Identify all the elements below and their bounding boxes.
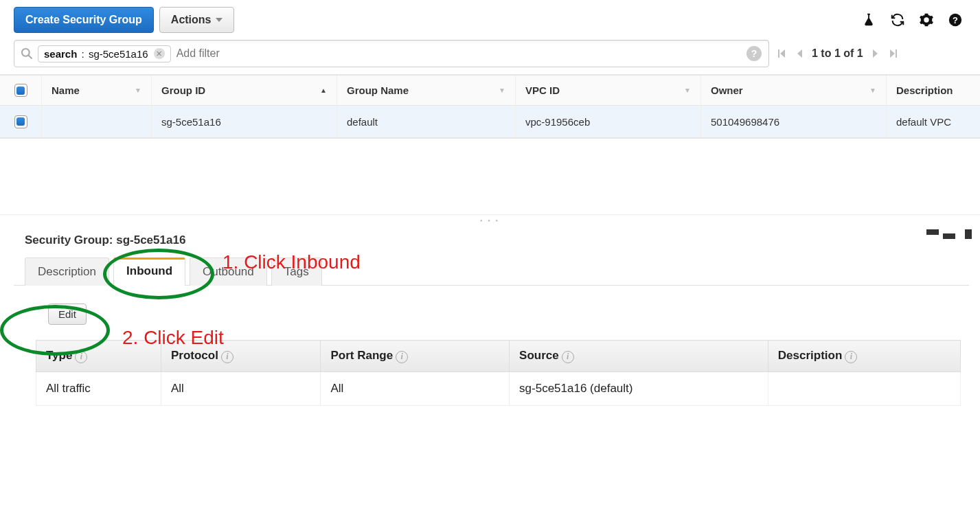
info-icon[interactable]: i	[75, 351, 87, 363]
tab-inbound[interactable]: Inbound	[113, 258, 185, 286]
info-icon[interactable]: i	[845, 351, 857, 363]
row-name	[41, 106, 151, 137]
toolbar-right-icons: ?	[861, 12, 969, 28]
tab-outbound[interactable]: Outbound	[190, 258, 267, 286]
row-vpc-id: vpc-91956ceb	[515, 106, 700, 137]
rule-source: sg-5ce51a16 (default)	[510, 371, 768, 405]
search-icon	[20, 47, 34, 60]
detail-tabs: Description Inbound Outbound Tags	[14, 257, 969, 286]
search-input[interactable]	[171, 43, 747, 64]
page-prev-icon[interactable]	[795, 48, 804, 59]
page-first-icon[interactable]	[776, 48, 787, 59]
filter-chip-remove-icon[interactable]: ✕	[154, 48, 165, 59]
rules-col-protocol: Protocoli	[161, 341, 321, 372]
col-description[interactable]: Description	[886, 76, 980, 105]
col-group-name[interactable]: Group Name▼	[337, 76, 515, 105]
rule-type: All traffic	[36, 371, 161, 405]
security-groups-grid: Name▼ Group ID▲ Group Name▼ VPC ID▼ Owne…	[0, 74, 980, 139]
pager: 1 to 1 of 1	[776, 47, 899, 60]
svg-text:?: ?	[953, 15, 958, 25]
filter-row: search : sg-5ce51a16 ✕ ? 1 to 1 of 1	[0, 40, 980, 74]
rules-col-port-range: Port Rangei	[321, 341, 510, 372]
tab-tags[interactable]: Tags	[271, 258, 322, 286]
page-status: 1 to 1 of 1	[812, 47, 863, 60]
rules-col-description: Descriptioni	[768, 341, 960, 372]
gear-icon[interactable]	[918, 12, 935, 28]
detail-title: Security Group: sg-5ce51a16	[14, 229, 969, 257]
select-all-cell	[0, 76, 41, 105]
layout-bottom-icon[interactable]	[926, 229, 939, 239]
top-toolbar: Create Security Group Actions ?	[0, 0, 980, 40]
sort-icon: ▼	[869, 87, 876, 94]
info-icon[interactable]: i	[221, 351, 233, 363]
col-group-id[interactable]: Group ID▲	[151, 76, 337, 105]
col-owner[interactable]: Owner▼	[700, 76, 886, 105]
rules-col-type: Typei	[36, 341, 161, 372]
page-next-icon[interactable]	[871, 48, 880, 59]
page-last-icon[interactable]	[888, 48, 899, 59]
sort-icon: ▼	[499, 87, 505, 94]
sort-icon: ▼	[135, 87, 141, 94]
grid-row[interactable]: sg-5ce51a16 default vpc-91956ceb 5010496…	[0, 106, 980, 137]
col-vpc-id[interactable]: VPC ID▼	[515, 76, 700, 105]
row-group-name: default	[337, 106, 515, 137]
layout-top-icon[interactable]	[943, 229, 955, 239]
rule-description	[768, 371, 960, 405]
flask-icon[interactable]	[861, 12, 877, 28]
actions-dropdown-button[interactable]: Actions	[159, 7, 234, 33]
search-bar[interactable]: search : sg-5ce51a16 ✕ ?	[14, 40, 769, 67]
detail-panel: Security Group: sg-5ce51a16 Description …	[0, 225, 980, 406]
search-help-icon[interactable]: ?	[747, 46, 762, 61]
panel-layout-icons	[926, 229, 972, 239]
chevron-down-icon	[216, 18, 223, 22]
sort-asc-icon: ▲	[320, 87, 327, 94]
tab-description[interactable]: Description	[25, 258, 109, 286]
row-select-checkbox[interactable]	[14, 115, 27, 128]
rule-port-range: All	[321, 371, 510, 405]
panel-splitter[interactable]: ● ● ●	[0, 214, 980, 225]
help-icon[interactable]: ?	[947, 12, 964, 28]
filter-chip-key: search	[44, 48, 77, 60]
svg-point-2	[22, 49, 30, 56]
col-name[interactable]: Name▼	[41, 76, 151, 105]
filter-chip-value: sg-5ce51a16	[89, 48, 148, 60]
info-icon[interactable]: i	[396, 351, 408, 363]
rule-protocol: All	[161, 371, 321, 405]
row-group-id: sg-5ce51a16	[151, 106, 337, 137]
inbound-rules-table: Typei Protocoli Port Rangei Sourcei Desc…	[36, 340, 961, 406]
info-icon[interactable]: i	[562, 351, 574, 363]
actions-label: Actions	[171, 14, 212, 26]
edit-rules-button[interactable]: Edit	[48, 304, 87, 325]
create-security-group-button[interactable]: Create Security Group	[14, 7, 154, 33]
row-select-cell	[0, 106, 41, 137]
select-all-checkbox[interactable]	[14, 84, 27, 97]
rules-area: Edit Typei Protocoli Port Rangei Sourcei…	[14, 286, 969, 406]
grid-header-row: Name▼ Group ID▲ Group Name▼ VPC ID▼ Owne…	[0, 76, 980, 106]
layout-side-icon[interactable]	[959, 229, 972, 239]
sort-icon: ▼	[684, 87, 691, 94]
filter-chip[interactable]: search : sg-5ce51a16 ✕	[38, 45, 171, 62]
svg-line-3	[29, 56, 32, 59]
refresh-icon[interactable]	[889, 12, 906, 28]
rules-col-source: Sourcei	[510, 341, 768, 372]
row-owner: 501049698476	[700, 106, 886, 137]
rule-row: All traffic All All sg-5ce51a16 (default…	[36, 371, 961, 405]
row-description: default VPC	[886, 106, 980, 137]
